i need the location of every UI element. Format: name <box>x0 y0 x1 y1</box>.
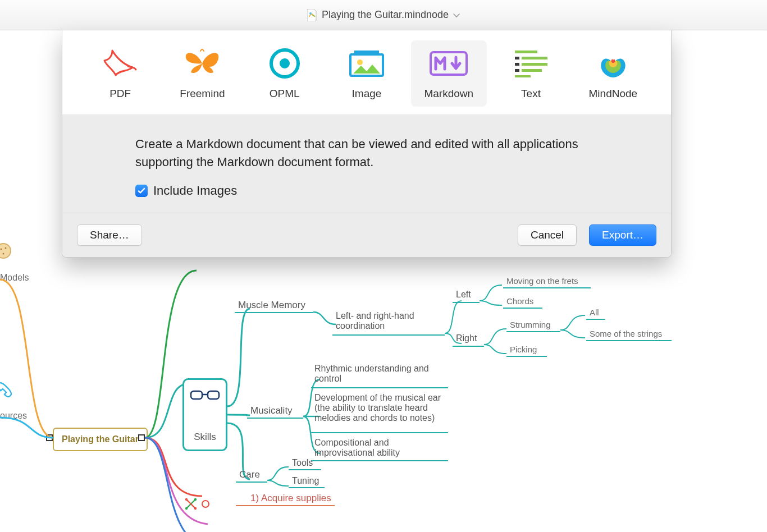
include-images-checkbox[interactable] <box>135 185 148 197</box>
svg-point-13 <box>280 58 290 68</box>
node-label[interactable]: Tuning <box>292 476 319 486</box>
svg-point-16 <box>357 59 363 65</box>
target-icon <box>270 47 300 80</box>
share-button[interactable]: Share… <box>77 224 142 246</box>
svg-point-3 <box>5 247 7 249</box>
node-label-cut: ources <box>0 411 27 421</box>
svg-point-7 <box>185 507 188 510</box>
node-label[interactable]: Musicality <box>250 405 293 416</box>
node-label[interactable]: Left- and right-hand coordination <box>336 311 442 331</box>
cancel-button[interactable]: Cancel <box>518 224 577 246</box>
format-image[interactable]: Image <box>328 40 404 107</box>
format-description: Create a Markdown document that can be v… <box>135 135 598 171</box>
format-markdown[interactable]: Markdown <box>411 40 487 107</box>
format-text[interactable]: Text <box>493 40 569 107</box>
text-lines-icon <box>515 47 547 80</box>
node-label[interactable]: Picking <box>510 345 537 354</box>
document-icon <box>307 9 317 21</box>
skills-node[interactable]: Skills <box>182 378 227 451</box>
svg-point-1 <box>0 244 11 258</box>
node-label[interactable]: Development of the musical ear (the abil… <box>314 393 444 423</box>
svg-point-0 <box>309 12 312 15</box>
node-label[interactable]: Chords <box>506 296 533 306</box>
svg-rect-24 <box>522 69 542 72</box>
node-label[interactable]: Rhythmic understanding and control <box>314 364 444 384</box>
format-mindnode[interactable]: MindNode <box>575 40 651 107</box>
svg-rect-15 <box>354 51 379 53</box>
node-label[interactable]: All <box>590 308 599 317</box>
svg-rect-19 <box>515 57 519 59</box>
butterfly-icon <box>182 47 222 80</box>
format-opml[interactable]: OPML <box>246 40 322 107</box>
svg-point-10 <box>194 507 197 510</box>
node-label[interactable]: Care <box>239 469 260 480</box>
svg-point-11 <box>202 501 209 507</box>
node-label[interactable]: Some of the strings <box>590 329 662 338</box>
node-label[interactable]: Compositional and improvisational abilit… <box>314 438 444 458</box>
format-freemind[interactable]: Freemind <box>165 40 240 107</box>
image-icon <box>349 47 385 80</box>
format-row: PDF Freemind OPML Image Markdown <box>62 30 671 115</box>
root-node[interactable]: Playing the Guitar <box>53 428 148 451</box>
node-label-cut: Models <box>0 273 29 283</box>
svg-point-4 <box>3 253 4 255</box>
node-label[interactable]: Muscle Memory <box>238 300 305 311</box>
mindnode-icon <box>596 47 631 80</box>
phone-icon <box>0 380 16 400</box>
cookie-icon <box>0 242 13 259</box>
svg-rect-6 <box>208 391 219 399</box>
node-label[interactable]: Tools <box>292 458 313 468</box>
svg-point-9 <box>185 498 188 501</box>
node-handle-left[interactable] <box>46 434 53 441</box>
svg-rect-5 <box>191 391 202 399</box>
window-titlebar: Playing the Guitar.mindnode <box>0 0 767 30</box>
glasses-icon <box>190 389 220 402</box>
document-title: Playing the Guitar.mindnode <box>322 9 449 21</box>
svg-rect-25 <box>515 75 531 77</box>
svg-point-2 <box>1 249 2 250</box>
include-images-label: Include Images <box>153 184 237 198</box>
export-dialog: PDF Freemind OPML Image Markdown <box>62 30 672 258</box>
format-pdf[interactable]: PDF <box>83 40 158 107</box>
node-label[interactable]: 1) Acquire supplies <box>250 493 331 504</box>
svg-rect-21 <box>515 63 519 66</box>
node-label[interactable]: Strumming <box>510 320 551 329</box>
svg-point-8 <box>194 498 197 501</box>
svg-rect-18 <box>515 51 537 53</box>
node-label[interactable]: Right <box>456 333 477 343</box>
crossed-arrows-icon <box>184 496 212 511</box>
svg-rect-23 <box>515 69 519 72</box>
svg-rect-20 <box>522 57 547 59</box>
export-button[interactable]: Export… <box>589 224 656 246</box>
chevron-down-icon[interactable] <box>453 11 460 20</box>
description-area: Create a Markdown document that can be v… <box>62 115 671 213</box>
node-handle-right[interactable] <box>138 434 145 441</box>
markdown-icon <box>429 47 468 80</box>
node-label[interactable]: Left <box>456 290 471 300</box>
svg-rect-22 <box>522 63 547 66</box>
node-label[interactable]: Moving on the frets <box>506 276 578 286</box>
pdf-icon <box>102 47 138 80</box>
dialog-button-row: Share… Cancel Export… <box>62 213 671 257</box>
